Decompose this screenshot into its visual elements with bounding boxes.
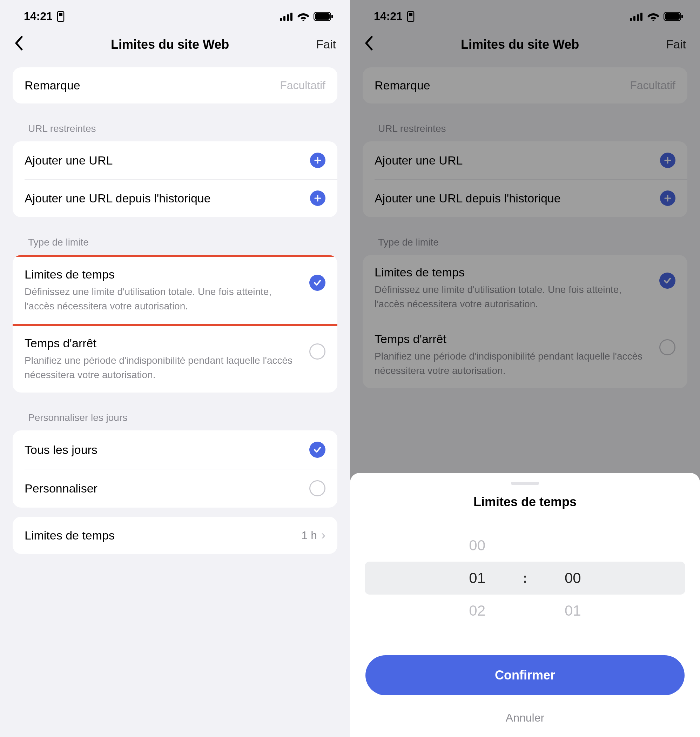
svg-rect-5 — [290, 13, 293, 21]
remark-row[interactable]: Remarque Facultatif — [13, 67, 337, 103]
back-button[interactable] — [14, 35, 24, 53]
time-limit-option[interactable]: Limites de temps Définissez une limite d… — [13, 257, 337, 324]
add-url-history-row[interactable]: Ajouter une URL depuis l'historique — [13, 179, 337, 217]
nav-bar: Limites du site Web Fait — [0, 27, 350, 67]
wifi-icon — [297, 12, 309, 21]
svg-rect-7 — [315, 13, 329, 20]
signal-icon — [280, 12, 293, 21]
radio-checked-icon — [309, 441, 325, 458]
downtime-option[interactable]: Temps d'arrêt Planifiez une période d'in… — [13, 326, 337, 393]
plus-icon — [310, 153, 325, 168]
sheet-title: Limites de temps — [350, 494, 700, 509]
card-icon — [56, 11, 65, 22]
svg-rect-4 — [287, 15, 289, 21]
minutes-column[interactable]: 00 01 — [527, 529, 618, 627]
svg-rect-3 — [283, 16, 285, 21]
status-icons — [280, 12, 333, 21]
svg-rect-2 — [280, 18, 282, 21]
hours-column[interactable]: 00 01 02 — [432, 529, 523, 627]
done-button[interactable]: Fait — [316, 38, 336, 51]
plus-icon — [310, 190, 325, 206]
status-bar: 14:21 — [0, 0, 350, 27]
confirm-button[interactable]: Confirmer — [365, 655, 685, 695]
every-day-option[interactable]: Tous les jours — [13, 430, 337, 469]
limit-type-header: Type de limite — [13, 224, 337, 255]
svg-rect-8 — [331, 15, 333, 18]
time-limit-value-row[interactable]: Limites de temps 1 h › — [13, 517, 337, 554]
cancel-button[interactable]: Annuler — [350, 705, 700, 737]
time-picker[interactable]: 00 01 02 : 00 01 — [350, 529, 700, 627]
sheet-handle[interactable] — [511, 482, 539, 485]
days-header: Personnaliser les jours — [13, 400, 337, 430]
chevron-right-icon: › — [321, 528, 325, 543]
radio-checked-icon — [309, 275, 325, 291]
highlight-box: Limites de temps Définissez une limite d… — [13, 255, 337, 326]
screenshot-right: 14:21 Limites du site Web Fait Remarque … — [350, 0, 700, 737]
time-picker-sheet: Limites de temps 00 01 02 : 00 01 Confir… — [350, 473, 700, 737]
status-time: 14:21 — [24, 10, 65, 23]
battery-icon — [313, 12, 333, 21]
urls-section-header: URL restreintes — [13, 110, 337, 141]
remark-label: Remarque — [25, 79, 80, 92]
add-url-row[interactable]: Ajouter une URL — [13, 141, 337, 179]
remark-placeholder: Facultatif — [280, 79, 325, 92]
screenshot-left: 14:21 Limites du site Web Fait Remarque … — [0, 0, 350, 737]
svg-rect-1 — [59, 13, 62, 16]
radio-unchecked-icon — [309, 343, 325, 360]
custom-day-option[interactable]: Personnaliser — [13, 469, 337, 508]
radio-unchecked-icon — [309, 480, 325, 496]
page-title: Limites du site Web — [24, 37, 316, 52]
